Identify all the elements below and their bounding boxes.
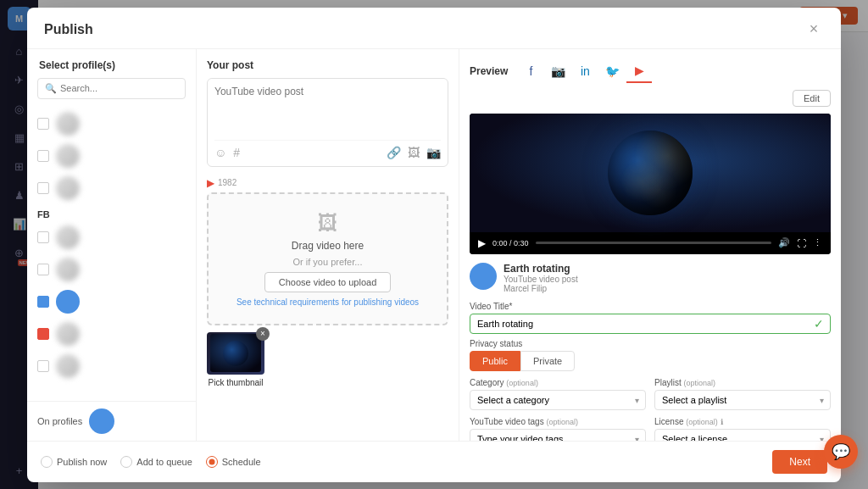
license-info-icon: ℹ [721, 418, 723, 426]
video-author: Marcel Filip [504, 284, 578, 293]
category-select[interactable]: Select a category [470, 390, 646, 410]
yt-badge: ▶ 1982 [207, 177, 448, 189]
tags-license-row: YouTube video tags (optional) Type your … [470, 417, 831, 441]
tags-select[interactable]: Type your video tags [470, 429, 646, 441]
hashtag-icon[interactable]: # [233, 146, 240, 159]
privacy-toggle: Public Private [470, 351, 831, 371]
schedule-label: Schedule [222, 457, 261, 467]
avatar [56, 176, 80, 200]
playlist-optional: (optional) [683, 379, 715, 387]
tags-select-wrapper: Type your video tags ▾ [470, 429, 646, 441]
more-options-button[interactable]: ⋮ [813, 237, 822, 248]
video-title-input[interactable] [470, 314, 831, 334]
chat-bubble-button[interactable]: 💬 [824, 435, 858, 469]
profile-checkbox[interactable] [37, 264, 49, 275]
tab-instagram[interactable]: 📷 [545, 59, 570, 83]
preview-header: Preview f 📷 in 🐦 ▶ [470, 59, 831, 83]
video-player: ▶ 0:00 / 0:30 🔊 ⛶ ⋮ [470, 114, 831, 254]
profile-checkbox-checked[interactable] [37, 296, 49, 308]
profile-checkbox-red[interactable] [37, 328, 49, 340]
thumbnail-section: × Pick thumbnail [207, 332, 448, 387]
upload-title: Drag video here [292, 240, 364, 252]
add-to-queue-option[interactable]: Add to queue [120, 456, 192, 468]
publish-now-option[interactable]: Publish now [41, 456, 107, 468]
tags-label: YouTube video tags (optional) [470, 417, 646, 426]
privacy-group: Privacy status Public Private [470, 339, 831, 371]
image-icon[interactable]: 🖼 [408, 146, 420, 159]
modal-footer: Publish now Add to queue Schedule Next [27, 441, 841, 482]
choose-video-button[interactable]: Choose video to upload [264, 272, 392, 292]
fb-label: FB [37, 209, 50, 219]
preview-content: Edit ▶ 0:00 / 0:30 [470, 90, 831, 441]
avatar [56, 144, 80, 168]
profile-search-container[interactable]: 🔍 [37, 78, 186, 99]
avatar [56, 225, 80, 249]
profile-checkbox[interactable] [37, 231, 49, 243]
avatar [56, 354, 80, 378]
post-panel: Your post ☺ # 🔗 🖼 📷 ▶ 1982 🖼 [197, 49, 459, 441]
post-panel-title: Your post [207, 59, 448, 71]
tab-youtube[interactable]: ▶ [626, 59, 652, 83]
camera-icon[interactable]: 📷 [426, 146, 441, 159]
tags-group: YouTube video tags (optional) Type your … [470, 417, 646, 441]
tab-twitter[interactable]: 🐦 [599, 59, 625, 83]
playlist-select[interactable]: Select a playlist [654, 390, 831, 410]
upload-image-icon: 🖼 [318, 211, 338, 235]
video-title-label: Video Title* [470, 302, 831, 311]
profile-checkbox[interactable] [37, 182, 49, 194]
list-item[interactable] [27, 286, 196, 318]
video-controls: ▶ 0:00 / 0:30 🔊 ⛶ ⋮ [470, 232, 831, 254]
publish-now-label: Publish now [57, 457, 107, 467]
preview-edit-button[interactable]: Edit [793, 90, 831, 107]
profile-checkbox[interactable] [37, 360, 49, 372]
list-item[interactable] [27, 318, 196, 350]
schedule-radio[interactable] [206, 456, 218, 468]
emoji-icon[interactable]: ☺ [214, 146, 226, 159]
publish-now-radio[interactable] [41, 456, 53, 468]
list-item[interactable] [27, 108, 196, 140]
profile-checkbox[interactable] [37, 150, 49, 162]
volume-button[interactable]: 🔊 [778, 237, 790, 248]
profile-checkbox[interactable] [37, 118, 49, 130]
video-details: Earth rotating YouTube video post Marcel… [504, 263, 578, 293]
avatar [56, 258, 80, 281]
tags-optional: (optional) [546, 418, 578, 426]
tab-facebook[interactable]: f [518, 59, 543, 83]
preview-title: Preview [470, 65, 508, 77]
privacy-private-button[interactable]: Private [520, 351, 575, 371]
list-item[interactable] [27, 350, 196, 382]
youtube-icon: ▶ [207, 177, 214, 189]
play-button[interactable]: ▶ [478, 237, 486, 249]
thumbnail-label: Pick thumbnail [208, 378, 263, 387]
video-title: Earth rotating [504, 263, 578, 275]
list-item[interactable] [27, 172, 196, 204]
tab-linkedin[interactable]: in [572, 59, 598, 83]
playlist-label: Playlist (optional) [654, 378, 831, 387]
tech-requirements-link[interactable]: See technical requirements for publishin… [236, 297, 419, 307]
earth-lights [608, 131, 693, 215]
list-item[interactable] [27, 221, 196, 253]
profile-search-input[interactable] [60, 83, 178, 93]
modal-header: Publish × [27, 8, 841, 49]
schedule-option[interactable]: Schedule [206, 456, 261, 468]
add-to-queue-radio[interactable] [120, 456, 132, 468]
license-select[interactable]: Select a license [654, 429, 831, 441]
next-button[interactable]: Next [772, 450, 827, 474]
privacy-public-button[interactable]: Public [470, 351, 520, 371]
list-item[interactable] [27, 140, 196, 172]
avatar [56, 112, 80, 136]
list-item[interactable] [27, 253, 196, 286]
thumbnail-image [207, 332, 264, 375]
post-textarea[interactable] [214, 86, 441, 136]
thumbnail-item: × Pick thumbnail [207, 332, 264, 387]
close-modal-button[interactable]: × [804, 19, 824, 40]
modal-body: Select profile(s) 🔍 [27, 49, 841, 441]
category-select-wrapper: Select a category ▾ [470, 390, 646, 410]
fullscreen-button[interactable]: ⛶ [797, 238, 806, 248]
playlist-group: Playlist (optional) Select a playlist ▾ [654, 378, 831, 410]
progress-bar[interactable] [536, 242, 771, 244]
remove-thumbnail-button[interactable]: × [256, 327, 270, 341]
modal-overlay: Publish × Select profile(s) 🔍 [0, 0, 868, 489]
video-thumbnail [470, 114, 831, 232]
link-icon[interactable]: 🔗 [387, 146, 401, 159]
